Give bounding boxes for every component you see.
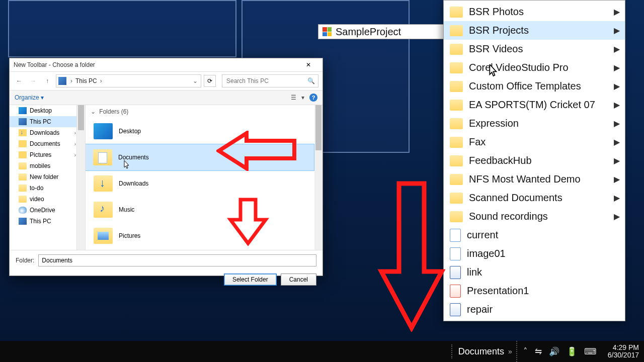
folder-icon [450,137,463,148]
menu-item-expression[interactable]: Expression▶ [444,114,625,133]
sidebar-item-this-pc[interactable]: This PC [10,116,85,127]
menu-item-presentation1[interactable]: Presentation1 [444,282,625,300]
sidebar-item-onedrive[interactable]: OneDrive [10,205,85,216]
up-button[interactable]: ↑ [42,75,53,86]
sidebar-item-label: video [30,196,44,203]
organize-menu[interactable]: Organize ▾ [15,94,44,101]
menu-item-bsr-projects[interactable]: BSR Projects▶ [444,21,625,40]
select-folder-button[interactable]: Select Folder [224,274,277,286]
menu-item-label: Expression [469,118,519,129]
network-icon[interactable]: ⇋ [535,346,542,357]
sidebar-item-new-folder[interactable]: New folder [10,171,85,183]
menu-item-nfs-most-wanted-demo[interactable]: NFS Most Wanted Demo▶ [444,170,625,189]
sidebar-item-this-pc[interactable]: This PC [10,216,85,227]
sidebar-item-label: to-do [30,185,43,192]
volume-icon[interactable]: 🔊 [549,346,559,357]
taskbar[interactable]: Documents » ˄ ⇋ 🔊 🔋 ⌨ 4:29 PM 6/30/2017 [0,341,644,362]
menu-item-custom-office-templates[interactable]: Custom Office Templates▶ [444,77,625,96]
chevron-down-icon[interactable]: ⌄ [193,77,198,84]
menu-item-sound-recordings[interactable]: Sound recordings▶ [444,207,625,226]
content-scrollbar[interactable] [314,105,323,250]
toolbar-chevron-icon[interactable]: » [508,347,512,355]
help-button[interactable]: ? [309,94,317,102]
project-icon [323,27,332,36]
sidebar-item-downloads[interactable]: Downloads› [10,127,85,138]
input-indicator-icon[interactable]: ⌨ [584,346,597,357]
tray-overflow-icon[interactable]: ˄ [523,346,528,357]
toolbar-grip[interactable] [451,344,454,358]
taskbar-toolbar-documents[interactable]: Documents » [447,341,517,362]
folder-icon [19,207,27,214]
menu-item-image01[interactable]: image01 [444,244,625,263]
forward-button[interactable]: → [28,75,39,86]
folder-item-downloads[interactable]: Downloads [86,170,323,197]
menu-item-link[interactable]: link [444,263,625,282]
folder-label: Folder: [16,257,34,264]
refresh-button[interactable]: ⟳ [204,75,216,87]
chevron-right-icon: › [74,130,76,136]
menu-item-label: Presentation1 [467,285,529,297]
cancel-button[interactable]: Cancel [281,274,316,286]
folder-label: Music [119,206,134,213]
menu-item-bsr-videos[interactable]: BSR Videos▶ [444,40,625,58]
menu-item-current[interactable]: current [444,226,625,244]
back-button[interactable]: ← [14,75,25,86]
folder-item-pictures[interactable]: Pictures [86,223,323,249]
battery-icon[interactable]: 🔋 [567,346,577,357]
pc-icon [58,77,66,85]
menu-item-feedbackhub[interactable]: FeedbackHub▶ [444,151,625,170]
sidebar-item-desktop[interactable]: Desktop [10,105,85,116]
time-label: 4:29 PM [613,344,639,351]
sidebar-item-label: Pictures [30,151,51,158]
desktop: New Toolbar - Choose a folder ✕ ← → ↑ › … [0,0,644,362]
back-icon: ← [16,77,22,84]
sidebar-item-to-do[interactable]: to-do [10,183,85,194]
menu-item-corel-videostudio-pro[interactable]: Corel VideoStudio Pro▶ [444,58,625,77]
menu-item-fax[interactable]: Fax▶ [444,133,625,151]
folder-item-documents[interactable]: Documents [86,144,314,171]
menu-item-scanned-documents[interactable]: Scanned Documents▶ [444,189,625,207]
scroll-thumb[interactable] [315,105,321,150]
folder-label: Desktop [119,128,141,135]
file-icon [450,247,461,260]
scroll-thumb[interactable] [78,105,84,130]
close-button[interactable]: ✕ [298,59,318,70]
sidebar-item-pictures[interactable]: Pictures› [10,149,85,160]
toolbar-label[interactable]: Documents [458,346,504,357]
folder-icon [19,151,27,158]
breadcrumb[interactable]: This PC [73,77,99,84]
folder-icon [450,25,463,36]
chevron-down-icon[interactable]: ▾ [301,94,304,101]
folder-icon [19,173,27,180]
clock[interactable]: 4:29 PM 6/30/2017 [603,344,644,359]
folder-icon [19,140,27,147]
sidebar-item-mobiles[interactable]: mobiles [10,160,85,171]
folder-icon [19,107,27,114]
folder-icon [19,218,27,225]
folder-name-input[interactable] [38,254,316,266]
chevron-right-icon: › [99,77,103,84]
menu-item-label: EA SPORTS(TM) Cricket 07 [469,99,595,111]
folder-item-desktop[interactable]: Desktop [86,118,323,144]
sidebar-scrollbar[interactable] [76,105,85,250]
sidebar-item-label: New folder [30,173,58,180]
folder-item-music[interactable]: Music [86,197,323,223]
section-header[interactable]: ⌄ Folders (6) [86,105,323,118]
search-input[interactable] [225,77,315,85]
menu-item-label: Scanned Documents [469,192,562,204]
address-bar[interactable]: › This PC › ⌄ [56,74,201,87]
submenu-arrow-icon: ▶ [614,193,620,203]
chevron-down-icon: ⌄ [91,108,96,115]
titlebar: New Toolbar - Choose a folder ✕ [10,58,323,72]
sidebar-item-video[interactable]: video [10,194,85,205]
menu-item-bsr-photos[interactable]: BSR Photos▶ [444,3,625,21]
submenu-arrow-icon: ▶ [614,44,620,54]
search-box[interactable]: 🔍 [222,74,318,87]
view-options[interactable]: ☰ [291,94,296,101]
menu-item-repair[interactable]: repair [444,300,625,319]
submenu-flyout[interactable]: SampleProject [318,24,452,39]
sidebar-item-documents[interactable]: Documents› [10,138,85,149]
folder-icon [450,193,463,204]
menu-item-ea-sports-tm-cricket-07[interactable]: EA SPORTS(TM) Cricket 07▶ [444,96,625,114]
submenu-arrow-icon: ▶ [614,63,620,72]
